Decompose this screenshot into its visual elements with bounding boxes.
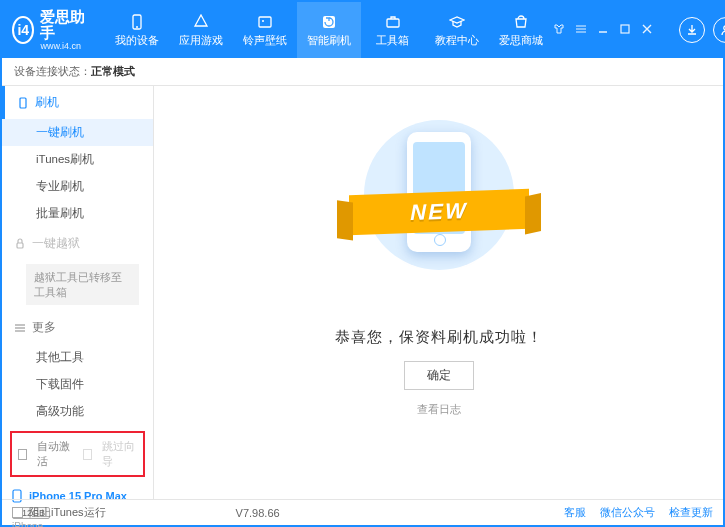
user-button[interactable] [713, 17, 725, 43]
nav-label: 教程中心 [435, 33, 479, 48]
sidebar-item-pro-flash[interactable]: 专业刷机 [2, 173, 153, 200]
status-label: 设备连接状态： [14, 64, 91, 79]
sidebar-item-itunes-flash[interactable]: iTunes刷机 [2, 146, 153, 173]
new-ribbon: NEW [349, 189, 529, 235]
jailbreak-moved-note: 越狱工具已转移至工具箱 [26, 264, 139, 305]
menu-icon[interactable] [575, 23, 589, 37]
connection-status: 设备连接状态： 正常模式 [2, 58, 723, 86]
nav-store[interactable]: 爱思商城 [489, 2, 553, 58]
toolbox-icon [384, 13, 402, 31]
main-content: NEW 恭喜您，保资料刷机成功啦！ 确定 查看日志 [154, 86, 723, 499]
svg-point-3 [262, 20, 264, 22]
footer-link-support[interactable]: 客服 [564, 505, 586, 520]
sidebar: 刷机 一键刷机 iTunes刷机 专业刷机 批量刷机 一键越狱 越狱工具已转移至… [2, 86, 154, 499]
close-icon[interactable] [641, 23, 655, 37]
nav-label: 应用游戏 [179, 33, 223, 48]
nav-label: 我的设备 [115, 33, 159, 48]
sidebar-item-advanced[interactable]: 高级功能 [2, 398, 153, 425]
nav-label: 爱思商城 [499, 33, 543, 48]
checkbox-skip-setup[interactable] [83, 449, 92, 460]
nav-toolbox[interactable]: 工具箱 [361, 2, 425, 58]
more-icon [14, 322, 26, 334]
footer-link-wechat[interactable]: 微信公众号 [600, 505, 655, 520]
footer-link-update[interactable]: 检查更新 [669, 505, 713, 520]
lock-icon [14, 238, 26, 250]
sidebar-group-more[interactable]: 更多 [2, 311, 153, 344]
block-itunes-label: 阻止iTunes运行 [29, 505, 106, 520]
image-icon [256, 13, 274, 31]
download-button[interactable] [679, 17, 705, 43]
options-highlight-box: 自动激活 跳过向导 [10, 431, 145, 477]
logo-icon: i4 [12, 16, 34, 44]
nav-my-device[interactable]: 我的设备 [105, 2, 169, 58]
app-icon [192, 13, 210, 31]
nav-ringtone-wallpaper[interactable]: 铃声壁纸 [233, 2, 297, 58]
graduation-icon [448, 13, 466, 31]
svg-rect-6 [621, 25, 629, 33]
group-label: 更多 [32, 319, 56, 336]
sidebar-item-other-tools[interactable]: 其他工具 [2, 344, 153, 371]
nav-tutorials[interactable]: 教程中心 [425, 2, 489, 58]
refresh-icon [320, 13, 338, 31]
nav-apps-games[interactable]: 应用游戏 [169, 2, 233, 58]
app-subtitle: www.i4.cn [40, 42, 86, 52]
nav-label: 铃声壁纸 [243, 33, 287, 48]
sidebar-item-batch-flash[interactable]: 批量刷机 [2, 200, 153, 227]
app-logo: i4 爱思助手 www.i4.cn [12, 9, 87, 52]
sidebar-group-jailbreak: 一键越狱 [2, 227, 153, 260]
svg-rect-5 [387, 19, 399, 27]
svg-rect-8 [20, 98, 26, 108]
checkbox-label: 自动激活 [37, 439, 72, 469]
svg-point-1 [136, 26, 138, 28]
window-controls [553, 17, 725, 43]
sidebar-item-oneclick-flash[interactable]: 一键刷机 [2, 119, 153, 146]
status-bar: 阻止iTunes运行 V7.98.66 客服 微信公众号 检查更新 [2, 499, 723, 525]
top-nav: 我的设备 应用游戏 铃声壁纸 智能刷机 工具箱 教程中心 [105, 2, 553, 58]
view-log-link[interactable]: 查看日志 [417, 402, 461, 417]
ribbon-text: NEW [410, 198, 467, 226]
group-label: 刷机 [35, 94, 59, 111]
title-bar: i4 爱思助手 www.i4.cn 我的设备 应用游戏 铃声壁纸 智能刷机 [2, 2, 723, 58]
app-title: 爱思助手 [40, 9, 86, 42]
svg-rect-9 [17, 243, 23, 248]
nav-smart-flash[interactable]: 智能刷机 [297, 2, 361, 58]
flash-icon [17, 97, 29, 109]
checkbox-auto-activate[interactable] [18, 449, 27, 460]
phone-icon [128, 13, 146, 31]
maximize-icon[interactable] [619, 23, 633, 37]
nav-label: 智能刷机 [307, 33, 351, 48]
sidebar-group-flash[interactable]: 刷机 [2, 86, 153, 119]
group-label: 一键越狱 [32, 235, 80, 252]
sidebar-item-download-firmware[interactable]: 下载固件 [2, 371, 153, 398]
nav-label: 工具箱 [376, 33, 409, 48]
status-value: 正常模式 [91, 64, 135, 79]
version-label: V7.98.66 [236, 507, 280, 519]
checkbox-block-itunes[interactable] [12, 507, 23, 518]
success-message: 恭喜您，保资料刷机成功啦！ [335, 328, 543, 347]
checkbox-label: 跳过向导 [102, 439, 137, 469]
minimize-icon[interactable] [597, 23, 611, 37]
svg-rect-2 [259, 17, 271, 27]
shop-icon [512, 13, 530, 31]
success-illustration: NEW [329, 110, 549, 310]
ok-button[interactable]: 确定 [404, 361, 474, 390]
skin-icon[interactable] [553, 23, 567, 37]
